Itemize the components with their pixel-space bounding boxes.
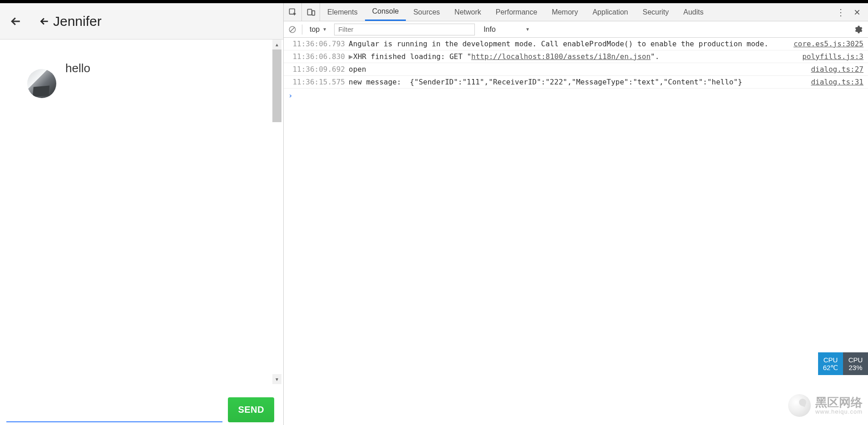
log-source-link[interactable]: dialog.ts:27 xyxy=(811,65,863,74)
watermark-subtitle: www.heiqu.com xyxy=(815,409,863,415)
watermark-logo-icon xyxy=(788,394,811,417)
cpu-usage-widget: CPU 23% xyxy=(843,352,868,375)
chat-header: Jennifer xyxy=(0,3,283,40)
title-back-arrow-icon[interactable] xyxy=(39,15,50,27)
scroll-down-icon[interactable]: ▼ xyxy=(272,374,281,384)
log-level-selector[interactable]: Info ▼ xyxy=(479,24,534,35)
console-log-row[interactable]: 11:36:06.830▶XHR finished loading: GET "… xyxy=(284,50,868,63)
tab-security[interactable]: Security xyxy=(635,3,676,21)
console-log-row[interactable]: 11:36:09.692opendialog.ts:27 xyxy=(284,63,868,76)
console-log-row[interactable]: 11:36:06.793Angular is running in the de… xyxy=(284,38,868,50)
cpu-temp-widget: CPU 62℃ xyxy=(818,352,843,375)
cpu-temp-value: 62℃ xyxy=(823,364,838,372)
log-timestamp: 11:36:06.793 xyxy=(288,40,345,48)
log-source-link[interactable]: dialog.ts:31 xyxy=(811,78,863,86)
chat-contact-name: Jennifer xyxy=(53,14,102,29)
prompt-caret-icon: › xyxy=(288,91,293,100)
console-log-row[interactable]: 11:36:15.575new message: {"SenderID":"11… xyxy=(284,76,868,89)
svg-rect-1 xyxy=(307,9,311,15)
scroll-up-icon[interactable]: ▲ xyxy=(272,40,281,49)
chevron-down-icon: ▼ xyxy=(322,27,327,32)
close-devtools-icon[interactable] xyxy=(852,7,863,18)
scroll-thumb[interactable] xyxy=(272,49,281,122)
tab-memory[interactable]: Memory xyxy=(544,3,585,21)
cpu-usage-label: CPU xyxy=(848,356,863,364)
tab-network[interactable]: Network xyxy=(447,3,488,21)
chat-scrollbar[interactable]: ▲ ▼ xyxy=(272,40,281,384)
log-timestamp: 11:36:15.575 xyxy=(288,78,345,86)
watermark: 黑区网络 www.heiqu.com xyxy=(788,394,863,417)
chevron-down-icon: ▼ xyxy=(525,27,530,32)
back-arrow-icon[interactable] xyxy=(9,15,23,28)
log-message: open xyxy=(349,65,807,74)
tab-audits[interactable]: Audits xyxy=(676,3,710,21)
inspect-element-icon[interactable] xyxy=(284,3,302,21)
message-text: hello xyxy=(65,58,90,75)
tab-performance[interactable]: Performance xyxy=(488,3,545,21)
message-input[interactable] xyxy=(6,405,222,422)
log-message: Angular is running in the development mo… xyxy=(349,40,790,48)
device-toolbar-icon[interactable] xyxy=(302,3,320,21)
console-output[interactable]: 11:36:06.793Angular is running in the de… xyxy=(284,38,868,425)
context-label: top xyxy=(310,25,320,34)
tab-console[interactable]: Console xyxy=(365,3,406,21)
console-filter-input[interactable] xyxy=(334,24,475,35)
watermark-title: 黑区网络 xyxy=(815,396,863,409)
expand-arrow-icon[interactable]: ▶ xyxy=(349,52,353,61)
chat-app: Jennifer hello ▲ ▼ SEND xyxy=(0,3,284,425)
log-message: new message: {"SenderID":"111","Receiver… xyxy=(349,78,807,86)
tab-elements[interactable]: Elements xyxy=(320,3,365,21)
tab-sources[interactable]: Sources xyxy=(406,3,447,21)
log-timestamp: 11:36:06.830 xyxy=(288,52,345,61)
log-link[interactable]: http://localhost:8100/assets/i18n/en.jso… xyxy=(471,52,651,61)
devtools: ElementsConsoleSourcesNetworkPerformance… xyxy=(284,3,868,425)
console-toolbar: top ▼ Info ▼ xyxy=(284,21,868,38)
execution-context-selector[interactable]: top ▼ xyxy=(307,25,330,34)
message-row: hello xyxy=(0,40,283,98)
log-timestamp: 11:36:09.692 xyxy=(288,65,345,74)
svg-rect-2 xyxy=(312,10,315,15)
devtools-tabs: ElementsConsoleSourcesNetworkPerformance… xyxy=(284,3,868,21)
log-source-link[interactable]: polyfills.js:3 xyxy=(802,52,863,61)
cpu-usage-value: 23% xyxy=(848,364,862,371)
log-source-link[interactable]: core.es5.js:3025 xyxy=(794,40,863,48)
chat-input-row: SEND xyxy=(0,384,283,425)
kebab-menu-icon[interactable]: ⋮ xyxy=(835,7,846,18)
cpu-temp-label: CPU xyxy=(824,356,838,364)
avatar xyxy=(27,69,56,98)
clear-console-icon[interactable] xyxy=(287,25,297,35)
level-label: Info xyxy=(483,25,496,34)
chat-messages-area: hello ▲ ▼ xyxy=(0,40,283,384)
console-settings-icon[interactable] xyxy=(853,25,864,34)
tab-application[interactable]: Application xyxy=(585,3,635,21)
log-message: ▶XHR finished loading: GET "http://local… xyxy=(349,52,799,61)
send-button[interactable]: SEND xyxy=(228,397,274,422)
console-prompt[interactable]: › xyxy=(284,89,868,103)
cpu-widgets: CPU 62℃ CPU 23% xyxy=(818,352,868,375)
